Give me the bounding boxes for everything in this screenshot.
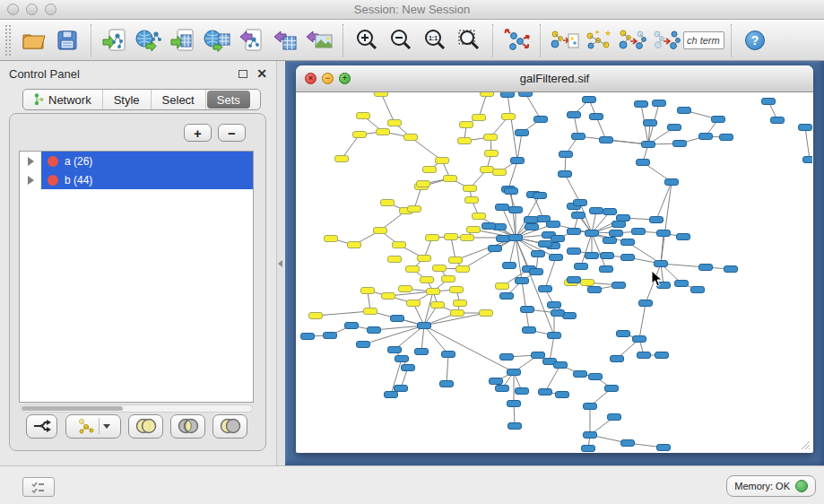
graph-node-yellow[interactable] <box>418 256 431 262</box>
graph-node-blue[interactable] <box>600 266 613 273</box>
graph-node-blue[interactable] <box>539 389 552 395</box>
graph-node-blue[interactable] <box>551 310 565 317</box>
graph-node-blue[interactable] <box>554 362 568 369</box>
graph-node-blue[interactable] <box>525 224 539 230</box>
graph-node-blue[interactable] <box>588 287 602 293</box>
graph-node-blue[interactable] <box>612 282 626 289</box>
graph-node-blue[interactable] <box>574 200 587 206</box>
graph-node-yellow[interactable] <box>481 167 494 173</box>
graph-node-yellow[interactable] <box>421 277 434 283</box>
graph-node-blue[interactable] <box>539 241 552 248</box>
graph-node-blue[interactable] <box>590 114 603 120</box>
open-session-button[interactable] <box>16 23 50 57</box>
network-view-window[interactable]: × − + galFiltered.sif <box>296 65 813 453</box>
graph-node-blue[interactable] <box>548 302 561 308</box>
tab-style[interactable]: Style <box>103 90 152 109</box>
graph-node-blue[interactable] <box>632 229 646 235</box>
graph-node-blue[interactable] <box>675 281 689 287</box>
union-sets-button[interactable] <box>128 414 163 439</box>
graph-node-blue[interactable] <box>673 141 687 147</box>
graph-node-yellow[interactable] <box>426 235 439 241</box>
graph-node-blue[interactable] <box>507 401 521 407</box>
graph-node-blue[interactable] <box>402 365 415 371</box>
graph-node-blue[interactable] <box>395 386 408 392</box>
graph-node-blue[interactable] <box>638 352 651 359</box>
graph-node-blue[interactable] <box>724 266 738 273</box>
graph-node-yellow[interactable] <box>388 120 402 126</box>
graph-node-blue[interactable] <box>585 253 599 259</box>
intersect-sets-button[interactable] <box>170 414 205 439</box>
network-graph[interactable] <box>297 92 812 452</box>
graph-node-blue[interactable] <box>720 135 733 141</box>
graph-node-yellow[interactable] <box>335 156 349 162</box>
graph-node-blue[interactable] <box>496 204 509 211</box>
graph-node-blue[interactable] <box>516 130 529 136</box>
graph-node-blue[interactable] <box>530 269 543 275</box>
graph-node-blue[interactable] <box>600 137 613 143</box>
graph-node-yellow[interactable] <box>493 169 507 176</box>
graph-node-yellow[interactable] <box>357 113 370 119</box>
graph-node-yellow[interactable] <box>374 228 387 234</box>
zoom-in-button[interactable] <box>350 23 384 57</box>
graph-node-blue[interactable] <box>699 134 713 140</box>
network-window-titlebar[interactable]: × − + galFiltered.sif <box>296 65 813 92</box>
graph-node-blue[interactable] <box>582 446 595 452</box>
toolbar-drag-handle[interactable] <box>5 25 11 56</box>
graph-node-yellow[interactable] <box>465 197 479 204</box>
graph-node-blue[interactable] <box>583 97 596 103</box>
graph-node-yellow[interactable] <box>433 265 447 272</box>
graph-node-yellow[interactable] <box>473 115 486 121</box>
graph-node-blue[interactable] <box>301 334 315 340</box>
graph-node-yellow[interactable] <box>377 129 390 135</box>
graph-node-yellow[interactable] <box>436 158 449 164</box>
graph-node-blue[interactable] <box>637 160 650 166</box>
graph-node-blue[interactable] <box>511 158 525 164</box>
graph-node-blue[interactable] <box>633 336 646 343</box>
tab-select[interactable]: Select <box>152 90 206 109</box>
expand-triangle-icon[interactable] <box>28 157 34 166</box>
graph-node-yellow[interactable] <box>404 135 418 141</box>
graph-node-blue[interactable] <box>650 217 664 223</box>
graph-node-yellow[interactable] <box>399 286 412 292</box>
graph-node-blue[interactable] <box>621 255 635 261</box>
panel-divider[interactable] <box>276 61 285 465</box>
graph-node-yellow[interactable] <box>427 289 440 295</box>
graph-node-yellow[interactable] <box>444 176 457 182</box>
graph-node-blue[interactable] <box>357 342 370 348</box>
export-table-button[interactable] <box>268 23 302 57</box>
graph-node-blue[interactable] <box>547 222 560 228</box>
graph-node-blue[interactable] <box>657 230 671 237</box>
graph-node-yellow[interactable] <box>442 276 455 282</box>
graph-node-blue[interactable] <box>572 213 585 219</box>
split-set-button[interactable] <box>26 414 57 439</box>
resize-grip-icon[interactable] <box>798 438 811 450</box>
graph-node-blue[interactable] <box>368 327 381 334</box>
graph-node-yellow[interactable] <box>456 266 470 273</box>
graph-node-blue[interactable] <box>482 223 496 230</box>
graph-node-blue[interactable] <box>509 207 523 213</box>
graph-node-yellow[interactable] <box>481 92 494 97</box>
graph-node-blue[interactable] <box>799 125 812 131</box>
graph-node-blue[interactable] <box>568 229 581 235</box>
graph-node-yellow[interactable] <box>461 235 474 241</box>
graph-node-yellow[interactable] <box>407 300 421 307</box>
graph-node-blue[interactable] <box>489 246 502 252</box>
graph-node-blue[interactable] <box>612 222 626 228</box>
create-set-from-network-button[interactable] <box>65 414 121 439</box>
graph-node-yellow[interactable] <box>382 293 395 300</box>
graph-node-blue[interactable] <box>559 152 573 158</box>
graph-node-yellow[interactable] <box>460 122 473 128</box>
graph-node-blue[interactable] <box>519 92 533 97</box>
tab-sets[interactable]: Sets <box>207 91 250 109</box>
graph-node-blue[interactable] <box>644 120 657 126</box>
graph-node-blue[interactable] <box>551 236 565 242</box>
graph-node-blue[interactable] <box>617 331 630 337</box>
graph-node-blue[interactable] <box>621 440 635 447</box>
graph-node-blue[interactable] <box>556 392 569 398</box>
graph-node-blue[interactable] <box>712 117 725 123</box>
sets-horizontal-scrollbar[interactable] <box>20 404 253 413</box>
graph-node-blue[interactable] <box>505 188 518 195</box>
graph-node-blue[interactable] <box>532 352 545 359</box>
help-button[interactable]: ? <box>745 30 765 50</box>
graph-node-yellow[interactable] <box>480 310 493 317</box>
